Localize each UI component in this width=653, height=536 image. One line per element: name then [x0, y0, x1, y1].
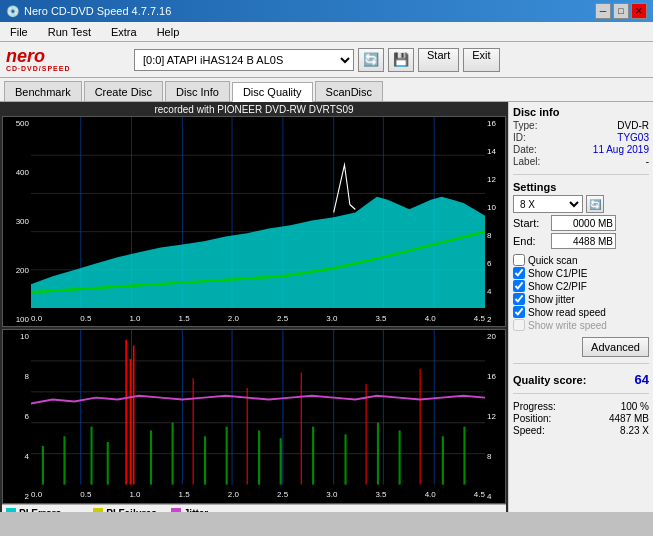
speed-row: Speed: 8.23 X: [513, 425, 649, 436]
pi-failures-swatch: [93, 508, 103, 512]
settings-title: Settings: [513, 181, 649, 193]
drive-select[interactable]: [0:0] ATAPI iHAS124 B AL0S: [134, 49, 354, 71]
speed-settings-row: 8 X Max 2 X 4 X 12 X 16 X 🔄: [513, 195, 649, 213]
svg-rect-42: [226, 427, 228, 485]
title-bar-controls: ─ □ ✕: [595, 3, 647, 19]
menu-help[interactable]: Help: [151, 24, 186, 40]
menu-run-test[interactable]: Run Test: [42, 24, 97, 40]
pi-errors-swatch: [6, 508, 16, 512]
pi-failures-label: PI Failures: [106, 508, 157, 512]
svg-rect-40: [172, 423, 174, 485]
speed-refresh-icon[interactable]: 🔄: [586, 195, 604, 213]
pi-errors-label: PI Errors: [19, 508, 61, 512]
minimize-button[interactable]: ─: [595, 3, 611, 19]
title-bar-icon: 💿: [6, 5, 20, 18]
lower-y-labels-left: 10 8 6 4 2: [3, 330, 31, 503]
quick-scan-row: Quick scan: [513, 254, 649, 266]
svg-rect-50: [463, 427, 465, 485]
lower-chart-inner: [31, 330, 485, 485]
start-input[interactable]: [551, 215, 616, 231]
show-c1-pie-row: Show C1/PIE: [513, 267, 649, 279]
main-content: recorded with PIONEER DVD-RW DVRTS09 500…: [0, 102, 653, 512]
show-read-speed-checkbox[interactable]: [513, 306, 525, 318]
disc-info-title: Disc info: [513, 106, 649, 118]
upper-chart: 500 400 300 200 100 16 14 12 10 8 6 4 2: [2, 116, 506, 327]
divider-2: [513, 363, 649, 364]
quality-score-row: Quality score: 64: [513, 372, 649, 387]
disc-info-section: Disc info Type: DVD-R ID: TYG03 Date: 11…: [513, 106, 649, 168]
save-icon[interactable]: 💾: [388, 48, 414, 72]
show-write-speed-checkbox: [513, 319, 525, 331]
svg-rect-36: [63, 436, 65, 484]
chart-area: recorded with PIONEER DVD-RW DVRTS09 500…: [0, 102, 508, 512]
right-panel: Disc info Type: DVD-R ID: TYG03 Date: 11…: [508, 102, 653, 512]
tab-disc-quality[interactable]: Disc Quality: [232, 82, 313, 102]
upper-chart-inner: [31, 117, 485, 308]
progress-row: Progress: 100 %: [513, 401, 649, 412]
disc-label-row: Label: -: [513, 156, 649, 167]
menu-extra[interactable]: Extra: [105, 24, 143, 40]
position-row: Position: 4487 MB: [513, 413, 649, 424]
checkboxes-section: Quick scan Show C1/PIE Show C2/PIF Show …: [513, 254, 649, 332]
tab-scan-disc[interactable]: ScanDisc: [315, 81, 383, 101]
progress-info: Progress: 100 % Position: 4487 MB Speed:…: [513, 400, 649, 436]
toolbar: nero CD·DVD/SPEED [0:0] ATAPI iHAS124 B …: [0, 42, 653, 78]
disc-id-row: ID: TYG03: [513, 132, 649, 143]
disc-type-row: Type: DVD-R: [513, 120, 649, 131]
svg-rect-35: [42, 446, 44, 485]
svg-rect-46: [344, 434, 346, 484]
title-bar-title: Nero CD-DVD Speed 4.7.7.16: [24, 5, 171, 17]
show-c2-pif-row: Show C2/PIF: [513, 280, 649, 292]
nero-logo: nero CD·DVD/SPEED: [6, 45, 126, 75]
divider-1: [513, 174, 649, 175]
menu-file[interactable]: File: [4, 24, 34, 40]
jitter-label: Jitter: [184, 508, 208, 512]
start-button[interactable]: Start: [418, 48, 459, 72]
show-c1-pie-checkbox[interactable]: [513, 267, 525, 279]
end-input[interactable]: [551, 233, 616, 249]
svg-rect-45: [312, 427, 314, 485]
show-read-speed-row: Show read speed: [513, 306, 649, 318]
upper-y-labels-left: 500 400 300 200 100: [3, 117, 31, 326]
exit-button[interactable]: Exit: [463, 48, 499, 72]
lower-chart: 10 8 6 4 2 20 16 12 8 4: [2, 329, 506, 504]
pi-failures-stats: PI Failures Average: 0.01 Maximum: 8 Tot…: [93, 508, 157, 512]
speed-select[interactable]: 8 X Max 2 X 4 X 12 X 16 X: [513, 195, 583, 213]
pi-errors-stats: PI Errors Average: 130.08 Maximum: 280 T…: [6, 508, 79, 512]
advanced-container: Advanced: [513, 335, 649, 357]
tab-disc-info[interactable]: Disc Info: [165, 81, 230, 101]
end-row: End:: [513, 233, 649, 249]
svg-rect-48: [399, 431, 401, 485]
svg-rect-43: [258, 431, 260, 485]
tab-benchmark[interactable]: Benchmark: [4, 81, 82, 101]
refresh-icon[interactable]: 🔄: [358, 48, 384, 72]
menu-bar: File Run Test Extra Help: [0, 22, 653, 42]
show-jitter-row: Show jitter: [513, 293, 649, 305]
close-button[interactable]: ✕: [631, 3, 647, 19]
lower-y-labels-right: 20 16 12 8 4: [485, 330, 505, 503]
show-c2-pif-checkbox[interactable]: [513, 280, 525, 292]
bottom-stats: PI Errors Average: 130.08 Maximum: 280 T…: [2, 504, 506, 512]
svg-rect-37: [90, 427, 92, 485]
chart-title: recorded with PIONEER DVD-RW DVRTS09: [2, 104, 506, 115]
svg-rect-44: [280, 438, 282, 484]
quick-scan-checkbox[interactable]: [513, 254, 525, 266]
disc-date-row: Date: 11 Aug 2019: [513, 144, 649, 155]
maximize-button[interactable]: □: [613, 3, 629, 19]
upper-y-labels-right: 16 14 12 10 8 6 4 2: [485, 117, 505, 326]
jitter-stats: Jitter Average: 9.46 % Maximum: 10.1 % P…: [171, 508, 251, 512]
lower-x-labels: 0.0 0.5 1.0 1.5 2.0 2.5 3.0 3.5 4.0 4.5: [31, 487, 485, 503]
svg-rect-39: [150, 431, 152, 485]
lower-chart-svg: [31, 330, 485, 485]
start-row: Start:: [513, 215, 649, 231]
svg-rect-41: [204, 436, 206, 484]
svg-rect-38: [107, 442, 109, 485]
advanced-button[interactable]: Advanced: [582, 337, 649, 357]
title-bar: 💿 Nero CD-DVD Speed 4.7.7.16 ─ □ ✕: [0, 0, 653, 22]
svg-rect-49: [442, 436, 444, 484]
upper-x-labels: 0.0 0.5 1.0 1.5 2.0 2.5 3.0 3.5 4.0 4.5: [31, 310, 485, 326]
tab-create-disc[interactable]: Create Disc: [84, 81, 163, 101]
divider-3: [513, 393, 649, 394]
show-jitter-checkbox[interactable]: [513, 293, 525, 305]
svg-rect-47: [377, 423, 379, 485]
